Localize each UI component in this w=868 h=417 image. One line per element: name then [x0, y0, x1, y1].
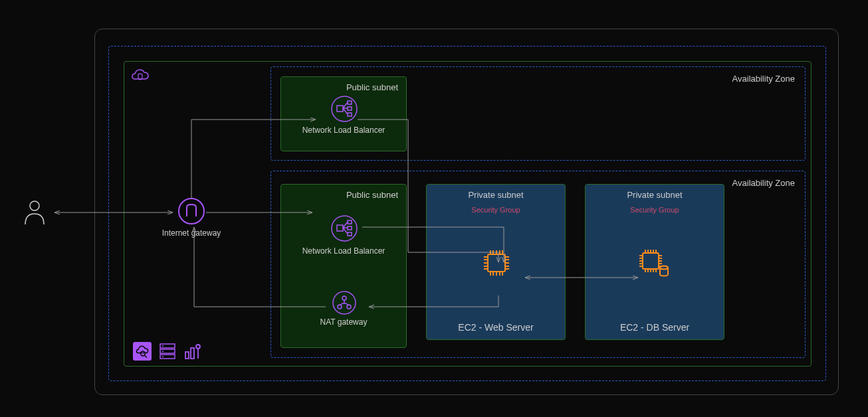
ec2-web-label: EC2 - Web Server: [427, 322, 565, 333]
nat-gateway-icon: [332, 291, 356, 315]
bar-chart-icon: [183, 342, 202, 361]
servers-icon: [158, 342, 177, 361]
svg-rect-7: [337, 225, 343, 231]
private-subnet-web: Private subnet Security Group EC2 - Web …: [426, 184, 566, 340]
cloud-search-icon: [133, 342, 152, 361]
svg-point-0: [30, 201, 39, 210]
svg-point-19: [140, 351, 145, 356]
svg-rect-2: [337, 106, 343, 112]
vpc-icon: [131, 67, 150, 86]
svg-rect-4: [348, 107, 352, 110]
svg-rect-23: [185, 352, 189, 359]
load-balancer-icon-2: [331, 215, 358, 242]
az-1-box: Availability Zone Public subnet: [271, 66, 806, 161]
svg-point-1: [332, 96, 357, 122]
public-subnet-1: Public subnet Network Load Balancer: [280, 76, 407, 151]
nlb-1-label: Network Load Balancer: [281, 125, 406, 135]
svg-point-17: [660, 266, 668, 270]
az-2-box: Availability Zone Public subnet: [271, 171, 806, 358]
svg-rect-16: [643, 253, 659, 269]
private-subnet-web-label: Private subnet: [427, 190, 565, 200]
public-subnet-2-label: Public subnet: [346, 190, 398, 200]
public-subnet-2: Public subnet Network Load Balancer: [280, 184, 407, 348]
svg-point-12: [342, 296, 346, 300]
outer-container: Availability Zone Public subnet: [94, 29, 839, 395]
ec2-web-icon: [481, 248, 512, 278]
sg-web-label: Security Group: [427, 206, 565, 214]
svg-point-6: [332, 216, 357, 241]
az-2-label: Availability Zone: [732, 178, 795, 188]
svg-rect-8: [348, 220, 352, 224]
svg-rect-10: [348, 232, 352, 236]
svg-rect-9: [348, 226, 352, 230]
bottom-icons-group: [133, 342, 202, 361]
svg-point-25: [196, 345, 200, 349]
sg-db-label: Security Group: [586, 206, 724, 214]
svg-rect-3: [348, 101, 352, 104]
svg-rect-15: [488, 254, 505, 272]
private-subnet-db-label: Private subnet: [586, 190, 724, 200]
load-balancer-icon-1: [331, 96, 358, 122]
svg-rect-5: [348, 113, 352, 116]
nat-gateway-label: NAT gateway: [281, 317, 406, 327]
internet-gateway-icon: [178, 198, 205, 224]
svg-point-18: [179, 199, 204, 224]
user-icon: [23, 199, 47, 226]
internet-gateway-label: Internet gateway: [158, 228, 225, 238]
region-box: Availability Zone Public subnet: [108, 46, 826, 381]
public-subnet-1-label: Public subnet: [346, 82, 398, 92]
ec2-db-icon: [637, 248, 671, 278]
nlb-2-label: Network Load Balancer: [281, 246, 406, 256]
ec2-db-label: EC2 - DB Server: [586, 322, 724, 333]
vpc-box: Availability Zone Public subnet: [124, 61, 812, 367]
az-1-label: Availability Zone: [732, 74, 795, 84]
private-subnet-db: Private subnet Security Group: [585, 184, 724, 340]
svg-rect-24: [191, 348, 194, 359]
